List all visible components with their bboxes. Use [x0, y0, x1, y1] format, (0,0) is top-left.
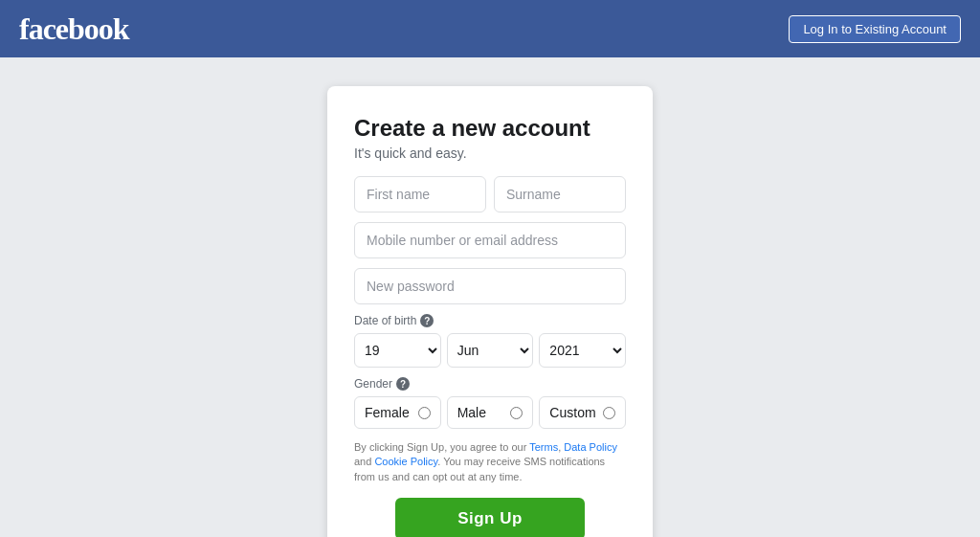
gender-female-label: Female: [365, 405, 410, 420]
signup-card: Create a new account It's quick and easy…: [327, 86, 653, 537]
dob-year-select[interactable]: 2021 2020201920182017 2016201520102005 2…: [539, 333, 626, 368]
gender-female-option[interactable]: Female: [354, 396, 441, 429]
gender-male-label: Male: [457, 405, 486, 420]
password-input[interactable]: [354, 268, 626, 304]
gender-custom-radio[interactable]: [603, 407, 615, 419]
mobile-row: [354, 222, 626, 258]
card-subtitle: It's quick and easy.: [354, 145, 626, 161]
gender-male-option[interactable]: Male: [447, 396, 534, 429]
name-row: [354, 176, 626, 213]
gender-male-radio[interactable]: [510, 407, 523, 419]
header: facebook Log In to Existing Account: [0, 0, 980, 57]
terms-link[interactable]: Terms: [529, 441, 558, 453]
dob-help-icon[interactable]: ?: [420, 314, 434, 327]
dob-label: Date of birth ?: [354, 314, 626, 327]
gender-row: Female Male Custom: [354, 396, 626, 429]
facebook-logo: facebook: [19, 11, 129, 47]
gender-section: Gender ? Female Male Custom: [354, 377, 626, 429]
gender-custom-label: Custom: [549, 405, 595, 420]
terms-text: By clicking Sign Up, you agree to our Te…: [354, 440, 626, 484]
dob-row: 19 12345 678910 1112131415 1617182021 22…: [354, 333, 626, 368]
password-row: [354, 268, 626, 304]
gender-female-radio[interactable]: [418, 407, 431, 419]
signup-button[interactable]: Sign Up: [395, 498, 586, 537]
gender-help-icon[interactable]: ?: [396, 377, 410, 391]
surname-input[interactable]: [494, 176, 626, 213]
main-area: Create a new account It's quick and easy…: [0, 57, 980, 537]
gender-custom-option[interactable]: Custom: [539, 396, 626, 429]
card-title: Create a new account: [354, 115, 626, 142]
login-existing-button[interactable]: Log In to Existing Account: [789, 15, 961, 43]
gender-label: Gender ?: [354, 377, 626, 391]
dob-month-select[interactable]: Jun JanFebMarAprMay JulAugSepOctNovDec: [447, 333, 534, 368]
cookie-policy-link[interactable]: Cookie Policy: [374, 456, 437, 467]
dob-day-select[interactable]: 19 12345 678910 1112131415 1617182021 22…: [354, 333, 441, 368]
dob-section: Date of birth ? 19 12345 678910 11121314…: [354, 314, 626, 368]
data-policy-link[interactable]: Data Policy: [564, 441, 617, 453]
first-name-input[interactable]: [354, 176, 486, 213]
mobile-email-input[interactable]: [354, 222, 626, 258]
